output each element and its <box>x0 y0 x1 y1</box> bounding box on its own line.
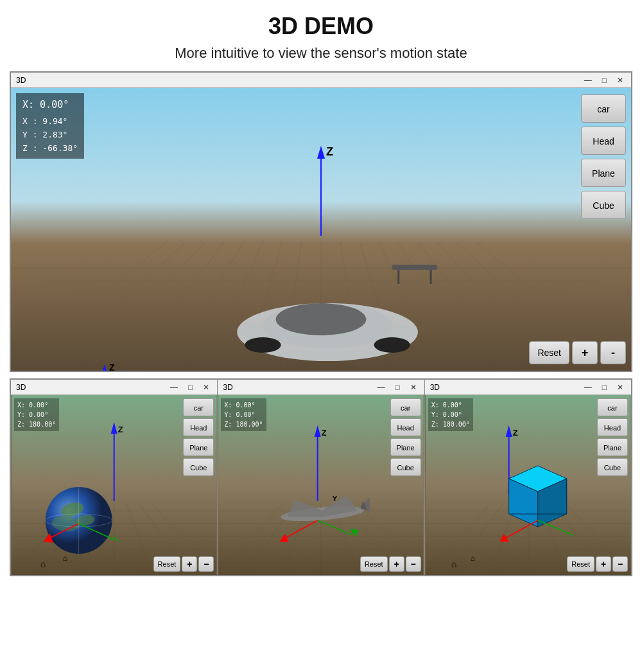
main-titlebar: 3D — □ ✕ <box>11 73 631 88</box>
close-icon[interactable]: ✕ <box>614 76 626 85</box>
main-side-buttons: car Head Plane Cube <box>581 94 626 219</box>
sub3-cube-btn[interactable]: Cube <box>597 458 628 476</box>
sub1-info: X: 0.00° Y: 0.00° Z: 180.00° <box>14 398 59 431</box>
svg-point-35 <box>374 337 410 353</box>
sub3-side-btns: car Head Plane Cube <box>597 398 628 476</box>
sub2-info: X: 0.00° Y: 0.00° Z: 180.00° <box>221 398 266 431</box>
svg-text:Z: Z <box>326 145 333 158</box>
sub1-y: Y: 0.00° <box>17 410 56 420</box>
sub2-z: Z: 180.00° <box>224 420 263 429</box>
reset-button[interactable]: Reset <box>529 341 569 364</box>
svg-text:Z: Z <box>109 362 115 371</box>
sub1-car-btn[interactable]: car <box>183 398 214 416</box>
sub1-plane-btn[interactable]: Plane <box>183 438 214 456</box>
svg-point-33 <box>276 303 367 335</box>
page-title: 3D DEMO <box>6 13 636 40</box>
sub2-y: Y: 0.00° <box>224 410 263 420</box>
sub2-cube-btn[interactable]: Cube <box>390 458 421 476</box>
sub3-car-btn[interactable]: car <box>597 398 628 416</box>
sub1-minimize[interactable]: — <box>168 383 180 392</box>
sub1-z: Z: 180.00° <box>17 420 56 429</box>
svg-text:⌂: ⌂ <box>40 559 46 569</box>
sub2-viewport: Z Y <box>218 395 424 575</box>
sub3-x: X: 0.00° <box>431 400 470 410</box>
sub1-titlebar: 3D — □ ✕ <box>11 380 217 395</box>
sub2-controls: — □ ✕ <box>374 383 419 392</box>
svg-text:Z: Z <box>118 425 123 434</box>
sub3-y: Y: 0.00° <box>431 410 470 420</box>
sub2-minimize[interactable]: — <box>374 383 387 392</box>
sub1-cube-btn[interactable]: Cube <box>183 458 214 476</box>
sub3-bottom-controls: Reset + − <box>567 556 628 572</box>
main-window-controls: — □ ✕ <box>582 76 626 85</box>
sub1-bottom-controls: Reset + − <box>153 556 214 572</box>
head-button[interactable]: Head <box>581 127 626 155</box>
main-3d-window: 3D — □ ✕ <box>10 71 632 372</box>
svg-rect-44 <box>392 265 437 270</box>
sub2-title: 3D <box>223 383 232 392</box>
main-angle-display: X: 0.00° <box>22 97 78 112</box>
sub3-minus-btn[interactable]: − <box>612 556 628 572</box>
minimize-icon[interactable]: — <box>582 76 594 85</box>
main-bottom-controls: Reset + - <box>529 341 626 364</box>
sub1-x: X: 0.00° <box>17 400 56 410</box>
sub3-controls: — □ ✕ <box>582 383 626 392</box>
sub3-plus-btn[interactable]: + <box>596 556 611 572</box>
zoom-in-button[interactable]: + <box>572 341 598 364</box>
sub3-plane-btn[interactable]: Plane <box>597 438 628 456</box>
sub1-reset-btn[interactable]: Reset <box>153 556 181 572</box>
maximize-icon[interactable]: □ <box>600 76 609 85</box>
sub1-minus-btn[interactable]: − <box>198 556 214 572</box>
sub2-maximize[interactable]: □ <box>392 383 402 392</box>
main-info-overlay: X: 0.00° X : 9.94° Y : 2.83° Z : -66.38° <box>16 93 84 159</box>
svg-point-34 <box>245 337 281 353</box>
sub2-reset-btn[interactable]: Reset <box>360 556 388 572</box>
sub2-head-btn[interactable]: Head <box>390 418 421 436</box>
svg-text:Z: Z <box>512 428 517 438</box>
main-scene-svg: Z Z ⌂ ⌂ <box>11 88 631 371</box>
sub-window-3: 3D — □ ✕ <box>425 380 631 575</box>
sub3-maximize[interactable]: □ <box>600 383 609 392</box>
sub2-plus-btn[interactable]: + <box>389 556 404 572</box>
sub3-reset-btn[interactable]: Reset <box>567 556 594 572</box>
sub3-z: Z: 180.00° <box>431 420 470 429</box>
zoom-out-button[interactable]: - <box>600 341 626 364</box>
sub2-bottom-controls: Reset + − <box>360 556 421 572</box>
sub3-minimize[interactable]: — <box>582 383 594 392</box>
sub1-title: 3D <box>16 383 26 392</box>
sub3-titlebar: 3D — □ ✕ <box>425 380 631 395</box>
sub1-close[interactable]: ✕ <box>200 383 212 392</box>
sub1-viewport: Z ⌂ ⌂ X: 0.00° Y: 0.00° Z: <box>11 395 217 575</box>
svg-text:Z: Z <box>322 428 327 438</box>
sub1-plus-btn[interactable]: + <box>182 556 197 572</box>
main-window-title: 3D <box>16 76 26 85</box>
bottom-row-windows: 3D — □ ✕ <box>10 378 632 576</box>
car-button[interactable]: car <box>581 94 626 123</box>
svg-text:Y: Y <box>333 495 338 502</box>
sub1-maximize[interactable]: □ <box>186 383 195 392</box>
page-header: 3D DEMO More intuitive to view the senso… <box>0 0 642 71</box>
sub2-plane-btn[interactable]: Plane <box>390 438 421 456</box>
sub1-side-btns: car Head Plane Cube <box>183 398 214 476</box>
sub2-close[interactable]: ✕ <box>408 383 419 392</box>
sub3-title: 3D <box>430 383 440 392</box>
plane-button[interactable]: Plane <box>581 159 626 187</box>
sub2-titlebar: 3D — □ ✕ <box>218 380 424 395</box>
main-viewport: Z Z ⌂ ⌂ <box>11 88 631 371</box>
sub3-info: X: 0.00° Y: 0.00° Z: 180.00° <box>428 398 473 431</box>
svg-text:⌂: ⌂ <box>470 554 474 563</box>
cube-button[interactable]: Cube <box>581 191 626 219</box>
sub3-head-btn[interactable]: Head <box>597 418 628 436</box>
page-subtitle: More intuitive to view the sensor's moti… <box>6 45 636 62</box>
sub2-car-btn[interactable]: car <box>390 398 421 416</box>
sub2-side-btns: car Head Plane Cube <box>390 398 421 476</box>
sub1-head-btn[interactable]: Head <box>183 418 214 436</box>
sub-window-2: 3D — □ ✕ <box>218 380 424 575</box>
z-angle-display: Z : -66.38° <box>22 142 78 155</box>
sub2-minus-btn[interactable]: − <box>406 556 421 572</box>
x-angle-display: X : 9.94° <box>22 115 78 128</box>
sub2-x: X: 0.00° <box>224 400 263 410</box>
svg-text:⌂: ⌂ <box>451 559 456 569</box>
sub3-close[interactable]: ✕ <box>614 383 626 392</box>
sub3-viewport: Z ⌂ ⌂ <box>425 395 631 575</box>
